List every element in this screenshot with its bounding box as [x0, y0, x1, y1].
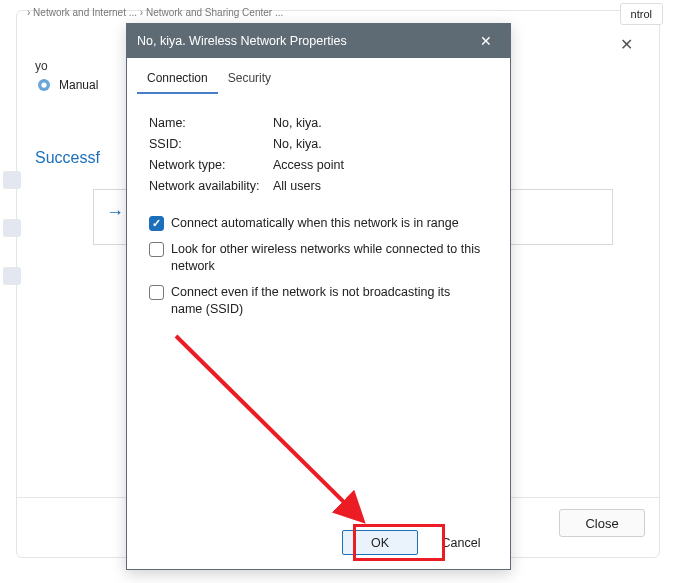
prop-label-avail: Network availability:	[149, 179, 273, 193]
tab-security[interactable]: Security	[218, 66, 281, 94]
titlebar: No, kiya. Wireless Network Properties ✕	[127, 24, 510, 58]
wizard-content: yo Manual Successf	[17, 56, 132, 167]
prop-value-avail: All users	[273, 179, 321, 193]
checkbox-auto-connect[interactable]	[149, 216, 164, 231]
back-label[interactable]: Manual	[59, 78, 98, 92]
checkbox-look-other[interactable]	[149, 242, 164, 257]
blurry-icon	[3, 219, 21, 237]
sidebar-icons	[3, 171, 21, 285]
prop-value-nettype: Access point	[273, 158, 344, 172]
close-icon[interactable]: ✕	[472, 33, 500, 49]
checkbox-label-hidden: Connect even if the network is not broad…	[171, 284, 488, 318]
ok-button[interactable]: OK	[342, 530, 418, 555]
checkbox-label-auto: Connect automatically when this network …	[171, 215, 488, 232]
gear-icon	[35, 76, 53, 94]
svg-point-1	[41, 82, 46, 87]
prop-label-name: Name:	[149, 116, 273, 130]
checkbox-group: Connect automatically when this network …	[149, 215, 488, 317]
prop-value-name: No, kiya.	[273, 116, 322, 130]
tabs: Connection Security	[127, 58, 510, 94]
wireless-properties-dialog: No, kiya. Wireless Network Properties ✕ …	[126, 23, 511, 570]
close-icon[interactable]: ✕	[620, 35, 633, 54]
text-fragment: yo	[35, 59, 48, 73]
success-heading: Successf	[35, 149, 132, 167]
properties-table: Name: No, kiya. SSID: No, kiya. Network …	[149, 116, 488, 193]
dialog-title: No, kiya. Wireless Network Properties	[137, 34, 472, 48]
prop-label-ssid: SSID:	[149, 137, 273, 151]
arrow-right-icon: →	[106, 202, 124, 223]
cancel-button[interactable]: Cancel	[428, 530, 494, 555]
dialog-button-row: OK Cancel	[342, 530, 494, 555]
tab-connection[interactable]: Connection	[137, 66, 218, 94]
blurry-icon	[3, 267, 21, 285]
checkbox-hidden-ssid[interactable]	[149, 285, 164, 300]
close-button[interactable]: Close	[559, 509, 645, 537]
blurry-icon	[3, 171, 21, 189]
prop-label-nettype: Network type:	[149, 158, 273, 172]
breadcrumb: › Network and Internet ... › Network and…	[17, 5, 659, 21]
checkbox-label-look: Look for other wireless networks while c…	[171, 241, 488, 275]
prop-value-ssid: No, kiya.	[273, 137, 322, 151]
control-fragment: ntrol	[620, 3, 663, 25]
